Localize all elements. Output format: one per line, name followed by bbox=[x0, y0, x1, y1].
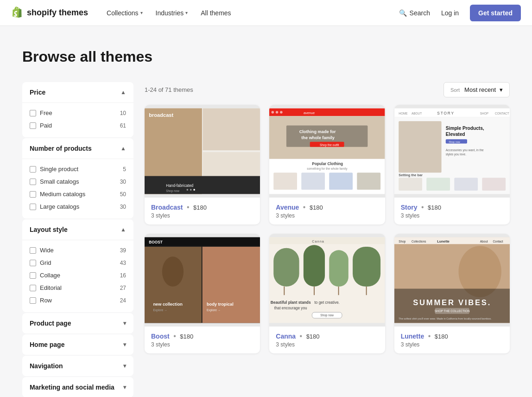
svg-text:Shop now: Shop now bbox=[449, 141, 461, 143]
theme-info-boost: Boost • $180 3 styles bbox=[145, 327, 260, 353]
svg-text:BOOST: BOOST bbox=[149, 240, 163, 244]
svg-point-15 bbox=[276, 111, 279, 114]
svg-text:HOME: HOME bbox=[399, 112, 408, 115]
search-button[interactable]: 🔍 Search bbox=[399, 9, 430, 17]
filter-row: Row 24 bbox=[30, 294, 126, 307]
filter-medium-catalogs-checkbox[interactable] bbox=[30, 191, 36, 198]
svg-rect-37 bbox=[399, 121, 441, 173]
svg-text:Explore →: Explore → bbox=[207, 308, 221, 312]
filter-large-catalogs: Large catalogs 30 bbox=[30, 200, 126, 213]
nav-industries[interactable]: Industries ▾ bbox=[150, 6, 194, 20]
theme-info-broadcast: Broadcast • $180 3 styles bbox=[145, 198, 260, 224]
filter-editorial-checkbox[interactable] bbox=[30, 285, 36, 291]
theme-thumb-boost: BOOST new collection Explore → body trop… bbox=[145, 234, 260, 327]
svg-point-14 bbox=[272, 111, 274, 114]
chevron-down-icon: ▾ bbox=[123, 341, 126, 348]
theme-name-canna[interactable]: Canna bbox=[276, 333, 296, 340]
filter-navigation-section: Navigation ▾ bbox=[22, 356, 133, 376]
shopify-logo-icon bbox=[11, 6, 24, 19]
page-title: Browse all themes bbox=[22, 48, 510, 65]
filter-small-catalogs: Small catalogs 30 bbox=[30, 175, 126, 188]
svg-text:Shop now: Shop now bbox=[321, 314, 334, 317]
chevron-down-icon: ▾ bbox=[123, 320, 126, 327]
svg-text:avenue: avenue bbox=[304, 111, 315, 115]
svg-text:something for the whole family: something for the whole family bbox=[307, 167, 348, 171]
theme-thumb-canna: Canna Beautiful plant stands that bbox=[269, 234, 385, 327]
filter-navigation-header[interactable]: Navigation ▾ bbox=[22, 356, 133, 376]
login-button[interactable]: Log in bbox=[436, 6, 464, 20]
filter-price-paid-checkbox[interactable] bbox=[30, 122, 36, 129]
svg-text:Beautiful plant stands: Beautiful plant stands bbox=[271, 300, 311, 305]
lunette-thumbnail: Shop Collections Lunette About Contact S… bbox=[394, 234, 510, 327]
theme-styles-boost: 3 styles bbox=[151, 341, 253, 348]
svg-rect-62 bbox=[274, 248, 299, 287]
sort-dropdown[interactable]: Sort Most recent ▾ bbox=[443, 82, 510, 97]
svg-rect-64 bbox=[329, 250, 349, 286]
filter-wide: Wide 39 bbox=[30, 244, 126, 256]
filter-large-catalogs-checkbox[interactable] bbox=[30, 204, 36, 210]
nav-collections[interactable]: Collections ▾ bbox=[101, 6, 148, 20]
svg-text:ABOUT: ABOUT bbox=[412, 112, 422, 115]
theme-styles-broadcast: 3 styles bbox=[151, 212, 253, 219]
filter-wide-checkbox[interactable] bbox=[30, 247, 36, 254]
theme-styles-lunette: 3 styles bbox=[401, 341, 503, 348]
svg-rect-44 bbox=[399, 178, 422, 191]
svg-rect-27 bbox=[302, 173, 325, 190]
theme-card-broadcast: Hand-fabricated Shop now broadcast Broad… bbox=[145, 105, 260, 224]
theme-name-boost[interactable]: Boost bbox=[151, 333, 170, 340]
svg-rect-13 bbox=[269, 109, 385, 116]
theme-info-story: Story • $180 3 styles bbox=[394, 198, 510, 224]
svg-point-9 bbox=[190, 189, 192, 191]
svg-text:Clothing made for: Clothing made for bbox=[299, 129, 336, 134]
filter-products-header[interactable]: Number of products ▲ bbox=[22, 138, 133, 159]
svg-text:Lunette: Lunette bbox=[437, 239, 450, 243]
filter-price-header[interactable]: Price ▲ bbox=[22, 82, 133, 103]
theme-info-canna: Canna • $180 3 styles bbox=[269, 327, 385, 353]
theme-name-broadcast[interactable]: Broadcast bbox=[151, 204, 183, 211]
svg-text:STORY: STORY bbox=[437, 111, 455, 115]
svg-point-53 bbox=[162, 256, 184, 287]
theme-name-story[interactable]: Story bbox=[401, 204, 418, 211]
themes-grid: Hand-fabricated Shop now broadcast Broad… bbox=[145, 105, 510, 353]
svg-text:SHOP THE COLLECTION: SHOP THE COLLECTION bbox=[434, 309, 469, 313]
filter-product-page-header[interactable]: Product page ▾ bbox=[22, 313, 133, 333]
nav-all-themes[interactable]: All themes bbox=[195, 6, 236, 20]
nav-links: Collections ▾ Industries ▾ All themes bbox=[101, 6, 399, 20]
filter-marketing-header[interactable]: Marketing and social media ▾ bbox=[22, 377, 133, 397]
svg-text:Canna: Canna bbox=[312, 239, 324, 243]
logo-text: shopify themes bbox=[27, 8, 88, 18]
filter-collage-checkbox[interactable] bbox=[30, 272, 36, 279]
get-started-button[interactable]: Get started bbox=[470, 5, 521, 21]
filter-grid-checkbox[interactable] bbox=[30, 260, 36, 266]
svg-text:Popular Clothing: Popular Clothing bbox=[312, 161, 343, 166]
svg-rect-65 bbox=[353, 247, 380, 287]
logo[interactable]: shopify themes bbox=[11, 6, 88, 19]
filter-layout-header[interactable]: Layout style ▲ bbox=[22, 219, 133, 240]
svg-rect-29 bbox=[357, 173, 381, 190]
svg-text:Shop the outfit: Shop the outfit bbox=[320, 143, 339, 147]
svg-text:broadcast: broadcast bbox=[149, 112, 173, 118]
chevron-down-icon: ▾ bbox=[500, 86, 503, 93]
filter-layout-section: Layout style ▲ Wide 39 Grid 43 bbox=[22, 219, 133, 312]
filter-row-checkbox[interactable] bbox=[30, 297, 36, 304]
filter-small-catalogs-checkbox[interactable] bbox=[30, 179, 36, 185]
theme-styles-canna: 3 styles bbox=[276, 341, 378, 348]
chevron-down-icon: ▾ bbox=[123, 363, 126, 369]
svg-text:SHOP: SHOP bbox=[480, 112, 488, 115]
theme-name-lunette[interactable]: Lunette bbox=[401, 333, 424, 340]
products-area: 1-24 of 71 themes Sort Most recent ▾ bbox=[145, 82, 510, 397]
svg-text:styles you love.: styles you love. bbox=[445, 153, 466, 156]
filter-product-page-section: Product page ▾ bbox=[22, 313, 133, 333]
filter-layout-body: Wide 39 Grid 43 Collage 16 bbox=[22, 240, 133, 312]
filter-single-product-checkbox[interactable] bbox=[30, 166, 36, 173]
filter-collage: Collage 16 bbox=[30, 269, 126, 282]
filter-products-section: Number of products ▲ Single product 5 Sm… bbox=[22, 138, 133, 218]
svg-text:Collections: Collections bbox=[412, 240, 426, 243]
svg-text:About: About bbox=[480, 240, 488, 243]
theme-name-avenue[interactable]: Avenue bbox=[276, 204, 299, 211]
filter-home-page-header[interactable]: Home page ▾ bbox=[22, 334, 133, 355]
svg-text:SUMMER VIBES.: SUMMER VIBES. bbox=[413, 298, 491, 307]
theme-styles-avenue: 3 styles bbox=[276, 212, 378, 219]
filter-price-free-checkbox[interactable] bbox=[30, 110, 36, 116]
svg-text:Setting the bar: Setting the bar bbox=[399, 173, 423, 177]
